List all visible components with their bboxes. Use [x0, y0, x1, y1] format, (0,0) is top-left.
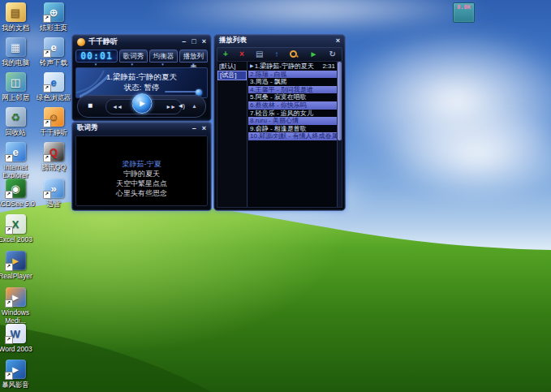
icon-label: 网上邻居	[0, 93, 37, 101]
playlist-row[interactable]: 10.郑源/刘默 - 有情人终成眷属	[248, 132, 337, 140]
playlist-row[interactable]: 4.王馨平 - 别问我是谁	[248, 86, 337, 94]
player-window[interactable]: 千千静听 – □ × 00:01 歌词秀均衡器播放列表 ▾ ▾ ▾ ▾ 1.梁静…	[71, 34, 212, 122]
shortcut-arrow-icon: ↗	[5, 372, 13, 380]
net-speed-widget[interactable]: 0.0K	[453, 2, 475, 23]
icon-glyph: ♻	[11, 112, 20, 123]
track-label: 10.郑源/刘默 - 有情人终成眷属	[250, 132, 337, 140]
track-label: 6.蔡依林 - 你快乐吗	[250, 101, 307, 110]
playlist-row[interactable]: 7.轻音乐 - 追风的女儿	[248, 110, 337, 118]
desktop-icon-excel-2003[interactable]: X↗Excel 2003	[0, 214, 37, 243]
minimize-icon[interactable]: –	[182, 38, 186, 45]
tab-lyrics[interactable]: 歌词秀	[119, 50, 148, 62]
desktop-icon-my-documents[interactable]: ▤我的文档	[0, 2, 37, 32]
playlist-scrollbar[interactable]	[337, 62, 342, 207]
desktop-icon-colorful-homepage[interactable]: ⊕↗炫彩主页	[32, 2, 75, 32]
desktop-icon-green-browser[interactable]: e↗绿色浏览器	[32, 72, 75, 101]
search-icon[interactable]	[290, 50, 298, 58]
desktop-icon-internet-explorer[interactable]: e↗Internet Explorer	[0, 142, 37, 179]
tab-equalizer[interactable]: 均衡器	[149, 50, 178, 62]
playing-icon: ▶	[250, 62, 254, 71]
desktop-icon-realplayer[interactable]: ►↗RealPlayer	[0, 251, 37, 280]
player-titlebar[interactable]: 千千静听 – □ ×	[72, 35, 211, 49]
playlist-group[interactable]: [默认]	[217, 62, 247, 71]
playlist-row[interactable]: ▶1.梁静茹-宁静的夏天2:31	[248, 62, 337, 71]
minimize-icon[interactable]: –	[192, 125, 196, 132]
track-label: 4.王馨平 - 别问我是谁	[250, 86, 313, 94]
ttplayer-app-icon	[77, 38, 85, 46]
player-window-title: 千千静听	[88, 37, 118, 47]
play-button[interactable]: ►	[131, 93, 152, 114]
icon-label: 炫彩主页	[32, 24, 75, 32]
playlist-row[interactable]: 9.俞静 - 相逢是首歌	[248, 125, 337, 133]
green-browser-icon: e↗	[44, 72, 64, 92]
indicator-icon: ▾	[179, 62, 208, 67]
icon-label: ACDSee 5.0	[0, 200, 37, 208]
shortcut-arrow-icon: ↗	[5, 226, 13, 235]
icon-glyph: X	[12, 219, 19, 230]
playlist-list: ▶1.梁静茹-宁静的夏天2:312.陈瑞 - 白狐3.周迅 - 飘摇4.王馨平 …	[248, 62, 337, 207]
list-file-icon[interactable]: ▤	[256, 50, 263, 58]
playlist-row[interactable]: 5.阿桑 - 寂寞在唱歌	[248, 93, 337, 101]
desktop-icon-word-2003[interactable]: W↗Word 2003	[0, 324, 37, 353]
scrollbar-thumb[interactable]	[338, 62, 342, 140]
track-label: 3.周迅 - 飘摇	[250, 78, 287, 86]
network-places-icon: ◫	[6, 72, 26, 92]
next-button[interactable]: ►►	[166, 104, 175, 110]
add-icon[interactable]: +	[223, 50, 228, 58]
ringtone-download-icon: e↗	[44, 37, 64, 57]
icon-glyph: ◫	[11, 77, 20, 88]
volume-icon[interactable]: ◄)	[177, 102, 184, 110]
icon-glyph: ▤	[11, 7, 20, 18]
icon-label: Excel 2003	[0, 235, 37, 243]
icon-glyph: »	[50, 183, 56, 194]
playlist-row[interactable]: 2.陈瑞 - 白狐	[248, 71, 337, 79]
shortcut-arrow-icon: ↗	[43, 119, 51, 127]
track-label: 5.阿桑 - 寂寞在唱歌	[250, 93, 307, 101]
recycle-bin-icon: ♻	[6, 107, 26, 127]
close-icon[interactable]: ×	[336, 37, 340, 45]
desktop[interactable]: ▤我的文档⊕↗炫彩主页▦我的电脑e↗铃声下载◫网上邻居e↗绿色浏览器♻回收站☺↗…	[0, 0, 551, 392]
playlist-row[interactable]: 6.蔡依林 - 你快乐吗	[248, 101, 337, 110]
lyrics-window-title: 歌词秀	[77, 123, 98, 133]
play-selected-icon[interactable]: ►	[310, 50, 318, 58]
lyric-line: 宁静的夏天	[123, 169, 160, 179]
playlist-row[interactable]: 3.周迅 - 飘摇	[248, 78, 337, 86]
internet-explorer-icon: e↗	[6, 142, 26, 162]
maximize-icon[interactable]: □	[192, 38, 196, 45]
icon-label: 千千静听	[32, 128, 75, 136]
shortcut-arrow-icon: ↗	[5, 263, 13, 271]
track-label: 9.俞静 - 相逢是首歌	[250, 125, 307, 133]
excel-2003-icon: X↗	[6, 214, 26, 234]
sort-up-icon[interactable]: ↑	[274, 50, 278, 58]
sync-icon[interactable]: ↻	[329, 50, 336, 58]
playlist-titlebar[interactable]: 播放列表 ×	[214, 35, 345, 46]
close-icon[interactable]: ×	[202, 38, 206, 45]
desktop-icon-thunder[interactable]: »↗迅雷	[32, 179, 75, 208]
playlist-group[interactable]: [试音]	[217, 71, 247, 80]
desktop-icon-ringtone-download[interactable]: e↗铃声下载	[32, 37, 75, 67]
desktop-icon-acdsee[interactable]: ◉↗ACDSee 5.0	[0, 179, 37, 208]
close-icon[interactable]: ×	[202, 125, 206, 132]
desktop-icon-network-places[interactable]: ◫网上邻居	[0, 72, 37, 101]
desktop-icon-ttplayer[interactable]: ☺↗千千静听	[32, 107, 75, 136]
lyrics-window[interactable]: 歌词秀 – × 梁静茹-宁夏宁静的夏天天空中繁星点点心里头有些思念	[71, 122, 212, 211]
desktop-icon-my-computer[interactable]: ▦我的电脑	[0, 37, 37, 67]
playlist-toolbar: +×▤↑►↻	[217, 47, 342, 62]
stop-button[interactable]: ■	[88, 101, 93, 110]
desktop-icon-tencent-qq[interactable]: Q↗腾讯QQ	[32, 142, 75, 171]
delete-icon[interactable]: ×	[239, 50, 244, 58]
desktop-icon-windows-media-player[interactable]: ►↗Windows Medi...	[0, 287, 37, 325]
desktop-icon-recycle-bin[interactable]: ♻回收站	[0, 107, 37, 136]
thunder-icon: »↗	[44, 179, 64, 198]
tab-playlist[interactable]: 播放列表	[179, 50, 208, 62]
desktop-icon-storm-player[interactable]: ►↗暴风影音	[0, 360, 37, 389]
playlist-row[interactable]: 8.ruru - 美丽心情	[248, 117, 337, 125]
shortcut-arrow-icon: ↗	[5, 336, 13, 344]
lyrics-titlebar[interactable]: 歌词秀 – ×	[72, 123, 211, 134]
shortcut-arrow-icon: ↗	[5, 191, 13, 199]
playlist-window[interactable]: 播放列表 × +×▤↑►↻ [默认][试音] ▶1.梁静茹-宁静的夏天2:312…	[213, 34, 346, 211]
icon-label: 我的电脑	[0, 58, 37, 67]
eject-icon[interactable]: ▲	[192, 103, 197, 109]
storm-player-icon: ►↗	[6, 360, 26, 379]
previous-button[interactable]: ◄◄	[112, 104, 122, 110]
